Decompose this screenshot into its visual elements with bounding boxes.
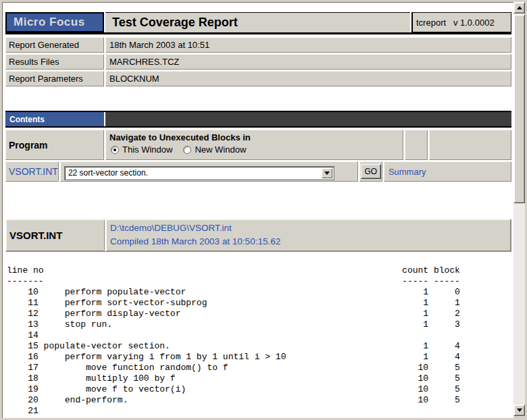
window-target-radios: This Window New Window	[109, 145, 403, 155]
arrow-down-icon	[517, 409, 522, 415]
file-info-cell: D:\tcdemo\DEBUG\VSORT.int Compiled 18th …	[106, 219, 511, 251]
table-row: Results Files MARCHRES.TCZ	[5, 54, 511, 70]
go-button[interactable]: GO	[361, 164, 382, 179]
dropdown-arrow-button[interactable]	[322, 168, 332, 178]
scroll-up-button[interactable]	[513, 2, 525, 14]
scrollbar-thumb[interactable]	[513, 14, 525, 203]
summary-cell: Summary	[384, 161, 511, 182]
contents-bar: Contents	[5, 111, 511, 128]
contents-bar-fill	[105, 112, 511, 126]
table-row: Report Generated 18th March 2003 at 10:5…	[5, 37, 511, 53]
program-column-header: Program	[5, 130, 104, 160]
results-files-value: MARCHRES.TCZ	[105, 54, 511, 70]
table-row: Report Parameters BLOCKNUM	[5, 71, 511, 86]
chevron-down-icon	[324, 172, 330, 178]
report-parameters-label: Report Parameters	[5, 71, 104, 86]
tool-version: tcreport v 1.0.0002	[411, 12, 511, 32]
empty-cell	[429, 130, 511, 160]
empty-cell	[405, 130, 428, 160]
file-compiled-text: Compiled 18th March 2003 at 10:50:15.62	[110, 236, 280, 246]
program-link-cell: VSORT.INT	[5, 161, 59, 182]
table-row: Program Navigate to Unexecuted Blocks in…	[5, 130, 511, 160]
unexecuted-block-dropdown[interactable]: 22 sort-vector section.	[64, 166, 334, 180]
vsort-program-link[interactable]: VSORT.INT	[9, 166, 58, 177]
program-table: Program Navigate to Unexecuted Blocks in…	[5, 130, 511, 182]
file-section: VSORT.INT D:\tcdemo\DEBUG\VSORT.int Comp…	[5, 219, 511, 252]
report-info-table: Report Generated 18th March 2003 at 10:5…	[5, 37, 511, 86]
new-window-radio[interactable]	[183, 146, 191, 154]
new-window-label[interactable]: New Window	[195, 145, 246, 155]
scroll-down-button[interactable]	[513, 404, 525, 416]
report-parameters-value: BLOCKNUM	[105, 71, 511, 86]
go-cell: GO	[359, 161, 382, 182]
results-files-label: Results Files	[5, 54, 104, 70]
file-path-link[interactable]: D:\tcdemo\DEBUG\VSORT.int	[110, 223, 232, 233]
file-name: VSORT.INT	[6, 219, 105, 251]
contents-title: Contents	[5, 112, 104, 126]
this-window-radio[interactable]	[111, 146, 119, 154]
section-dropdown-cell: 22 sort-vector section.	[60, 161, 358, 182]
summary-link[interactable]: Summary	[388, 167, 426, 177]
navigate-label: Navigate to Unexecuted Blocks in	[109, 132, 403, 142]
micro-focus-logo: Micro Focus	[5, 12, 104, 32]
vertical-scrollbar[interactable]	[513, 2, 525, 416]
coverage-source-listing: line no count block ------- ----- ----- …	[5, 265, 511, 417]
table-row: VSORT.INT 22 sort-vector section. GO Sum…	[5, 161, 511, 182]
report-generated-label: Report Generated	[5, 37, 104, 53]
this-window-label[interactable]: This Window	[122, 145, 172, 155]
report-generated-value: 18th March 2003 at 10:51	[105, 37, 511, 53]
report-header: Micro Focus Test Coverage Report tcrepor…	[5, 12, 511, 34]
page-title: Test Coverage Report	[105, 12, 410, 32]
report-page: Micro Focus Test Coverage Report tcrepor…	[2, 2, 513, 418]
navigate-cell: Navigate to Unexecuted Blocks in This Wi…	[105, 130, 403, 160]
dropdown-selected-value: 22 sort-vector section.	[65, 167, 334, 180]
arrow-up-icon	[517, 3, 522, 9]
